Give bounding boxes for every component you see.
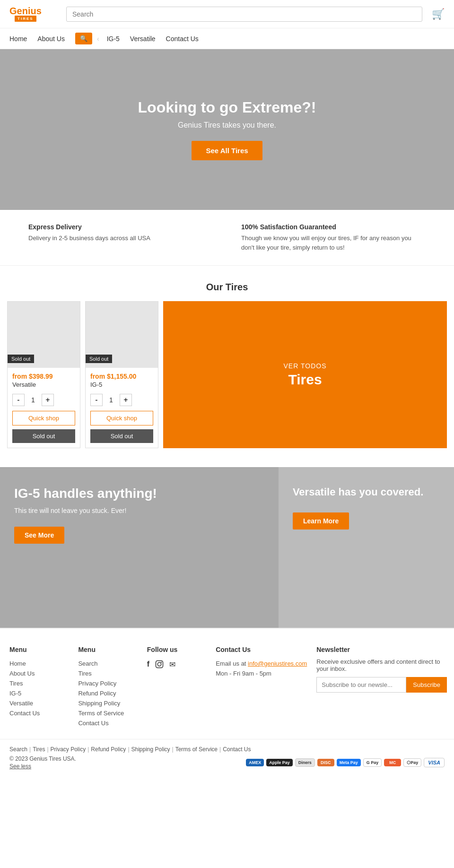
facebook-icon[interactable]: f xyxy=(147,660,149,670)
newsletter-input[interactable] xyxy=(316,677,406,693)
see-all-tires-button[interactable]: See All Tires xyxy=(192,141,262,160)
search-bar[interactable] xyxy=(66,7,422,22)
nav-ig5[interactable]: IG-5 xyxy=(107,35,120,43)
qty-val-1: 1 xyxy=(28,396,38,404)
qty-plus-2[interactable]: + xyxy=(120,394,132,406)
divider-2: | xyxy=(47,746,48,753)
footer-bottom-privacy[interactable]: Privacy Policy xyxy=(51,746,86,753)
qty-minus-2[interactable]: - xyxy=(90,394,103,406)
divider-6: | xyxy=(219,746,221,753)
footer-menu1-about[interactable]: About Us xyxy=(9,670,73,677)
promo-ig5-subtitle: This tire will not leave you stuck. Ever… xyxy=(14,507,264,514)
metapay-badge: Meta Pay xyxy=(337,759,361,766)
footer-menu1-home[interactable]: Home xyxy=(9,660,73,667)
footer-email-link[interactable]: info@geniustires.com xyxy=(248,660,307,667)
ver-todos-label: VER TODOS xyxy=(284,362,327,370)
feature-express-desc: Delivery in 2-5 business days across all… xyxy=(28,234,213,243)
footer-follow: Follow us f ✉ xyxy=(147,646,211,729)
promo-ig5: IG-5 handles anything! This tire will no… xyxy=(0,467,279,628)
footer-menu2-search[interactable]: Search xyxy=(78,660,142,667)
search-input[interactable] xyxy=(66,7,422,22)
footer-bottom-row: © 2023 Genius Tires USA. See less AMEX A… xyxy=(9,755,445,770)
quick-shop-2[interactable]: Quick shop xyxy=(90,411,153,425)
divider-5: | xyxy=(172,746,174,753)
cart-icon[interactable]: 🛒 xyxy=(432,8,445,20)
sold-badge-1: Sold out xyxy=(8,355,34,363)
divider-1: | xyxy=(29,746,31,753)
qty-row-2: - 1 + xyxy=(86,392,158,408)
footer-menu1-tires[interactable]: Tires xyxy=(9,680,73,687)
footer-menu2-tos[interactable]: Terms of Service xyxy=(78,710,142,717)
social-icons: f ✉ xyxy=(147,660,211,670)
footer-menu2-privacy[interactable]: Privacy Policy xyxy=(78,680,142,687)
amex-badge: AMEX xyxy=(246,759,264,766)
sold-out-btn-2[interactable]: Sold out xyxy=(90,429,153,443)
subscribe-button[interactable]: Subscribe xyxy=(406,677,447,693)
logo[interactable]: Genius TIRES xyxy=(9,6,47,22)
footer-newsletter: Newsletter Receive exclusive offers and … xyxy=(316,646,445,729)
footer-menu1: Menu Home About Us Tires IG-5 Versatile … xyxy=(9,646,73,729)
main-nav: Home About Us 🔍 ‹ IG-5 Versatile Contact… xyxy=(0,28,454,49)
footer-bottom-refund[interactable]: Refund Policy xyxy=(91,746,126,753)
footer-bottom-search[interactable]: Search xyxy=(9,746,27,753)
footer-newsletter-heading: Newsletter xyxy=(316,646,445,653)
nav-versatile[interactable]: Versatile xyxy=(130,35,156,43)
sold-out-btn-1[interactable]: Sold out xyxy=(12,429,75,443)
footer-bottom-shipping[interactable]: Shipping Policy xyxy=(131,746,170,753)
footer-menu1-contact[interactable]: Contact Us xyxy=(9,710,73,717)
footer-menu2-contact[interactable]: Contact Us xyxy=(78,720,142,727)
visa-badge: VISA xyxy=(424,758,445,767)
svg-point-1 xyxy=(157,662,161,666)
feature-satisfaction: 100% Satisfaction Guaranteed Though we k… xyxy=(241,223,426,252)
divider-3: | xyxy=(87,746,89,753)
footer-menu1-versatile[interactable]: Versatile xyxy=(9,700,73,707)
footer-bottom-tos[interactable]: Terms of Service xyxy=(175,746,218,753)
footer-bottom-tires[interactable]: Tires xyxy=(33,746,45,753)
diners-badge: Diners xyxy=(295,758,315,767)
section-title: Our Tires xyxy=(0,282,454,293)
discover-badge: DISC xyxy=(317,759,334,766)
promo-ig5-cta[interactable]: See More xyxy=(14,527,64,544)
sold-badge-2: Sold out xyxy=(86,355,112,363)
footer-menu2-tires[interactable]: Tires xyxy=(78,670,142,677)
qty-minus-1[interactable]: - xyxy=(12,394,25,406)
newsletter-form: Subscribe xyxy=(316,677,445,693)
divider-4: | xyxy=(128,746,129,753)
gpay-badge: G Pay xyxy=(363,758,382,767)
footer: Menu Home About Us Tires IG-5 Versatile … xyxy=(0,628,454,776)
logo-genius: Genius xyxy=(9,6,42,16)
promo-ig5-title: IG-5 handles anything! xyxy=(14,486,264,501)
footer-menu1-ig5[interactable]: IG-5 xyxy=(9,690,73,697)
mastercard-badge: MC xyxy=(384,759,401,766)
footer-bottom: Search | Tires | Privacy Policy | Refund… xyxy=(0,739,454,776)
site-header: Genius TIRES 🛒 xyxy=(0,0,454,28)
payment-icons: AMEX Apple Pay Diners DISC Meta Pay G Pa… xyxy=(246,758,445,767)
footer-newsletter-desc: Receive exclusive offers and content dir… xyxy=(316,658,445,672)
applepay-badge: Apple Pay xyxy=(266,759,293,766)
footer-follow-heading: Follow us xyxy=(147,646,211,653)
qty-val-2: 1 xyxy=(106,396,116,404)
nav-contact[interactable]: Contact Us xyxy=(166,35,199,43)
feature-satisfaction-title: 100% Satisfaction Guaranteed xyxy=(241,223,426,231)
promo-versatile: Versatile has you covered. Learn More xyxy=(279,467,454,628)
search-toggle-button[interactable]: 🔍 xyxy=(75,33,92,44)
ver-todos-card[interactable]: VER TODOS Tires xyxy=(163,301,447,448)
footer-contact-email-label: Email us at info@geniustires.com xyxy=(216,660,312,667)
promo-versatile-cta[interactable]: Learn More xyxy=(293,512,349,529)
qty-plus-1[interactable]: + xyxy=(42,394,54,406)
nav-home[interactable]: Home xyxy=(9,35,27,43)
instagram-icon[interactable] xyxy=(155,660,164,670)
footer-menu2-shipping[interactable]: Shipping Policy xyxy=(78,700,142,707)
footer-bottom-links: Search | Tires | Privacy Policy | Refund… xyxy=(9,746,445,753)
nav-about[interactable]: About Us xyxy=(37,35,65,43)
feature-express: Express Delivery Delivery in 2-5 busines… xyxy=(28,223,213,252)
see-less[interactable]: See less xyxy=(9,763,31,770)
quick-shop-1[interactable]: Quick shop xyxy=(12,411,75,425)
footer-main: Menu Home About Us Tires IG-5 Versatile … xyxy=(0,628,454,739)
email-icon[interactable]: ✉ xyxy=(169,660,175,670)
gpay2-badge: ⬡Pay xyxy=(403,758,421,767)
footer-menu2-refund[interactable]: Refund Policy xyxy=(78,690,142,697)
tire-name-1: Versatile xyxy=(8,381,80,392)
tire-name-2: IG-5 xyxy=(86,381,158,392)
footer-bottom-contact[interactable]: Contact Us xyxy=(223,746,251,753)
